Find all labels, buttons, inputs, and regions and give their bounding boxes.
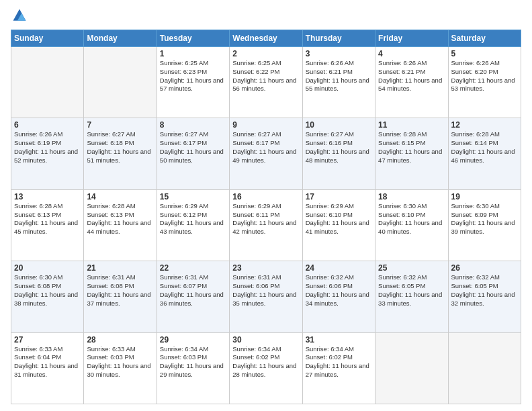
day-info: Sunrise: 6:31 AM Sunset: 6:07 PM Dayligh… (160, 273, 226, 308)
calendar-day-header: Thursday (302, 30, 375, 47)
day-number: 4 (378, 49, 445, 58)
calendar-cell: 13Sunrise: 6:28 AM Sunset: 6:13 PM Dayli… (11, 189, 84, 261)
day-info: Sunrise: 6:34 AM Sunset: 6:03 PM Dayligh… (160, 345, 226, 379)
day-info: Sunrise: 6:33 AM Sunset: 6:04 PM Dayligh… (14, 345, 81, 379)
calendar-cell: 4Sunrise: 6:26 AM Sunset: 6:21 PM Daylig… (375, 47, 448, 118)
calendar-cell: 27Sunrise: 6:33 AM Sunset: 6:04 PM Dayli… (11, 332, 84, 404)
day-number: 11 (378, 120, 445, 130)
day-info: Sunrise: 6:28 AM Sunset: 6:15 PM Dayligh… (378, 130, 445, 165)
calendar-week-row: 20Sunrise: 6:30 AM Sunset: 6:08 PM Dayli… (11, 261, 521, 332)
day-number: 27 (14, 335, 81, 345)
calendar-cell: 12Sunrise: 6:28 AM Sunset: 6:14 PM Dayli… (448, 118, 521, 189)
calendar-cell: 19Sunrise: 6:30 AM Sunset: 6:09 PM Dayli… (448, 189, 521, 261)
calendar-cell: 8Sunrise: 6:27 AM Sunset: 6:17 PM Daylig… (157, 118, 229, 189)
calendar-cell (448, 332, 521, 404)
calendar-cell (11, 47, 84, 118)
day-number: 17 (306, 192, 372, 201)
calendar-cell: 31Sunrise: 6:34 AM Sunset: 6:02 PM Dayli… (302, 332, 375, 404)
calendar-cell: 9Sunrise: 6:27 AM Sunset: 6:17 PM Daylig… (230, 118, 302, 189)
calendar-cell: 24Sunrise: 6:32 AM Sunset: 6:06 PM Dayli… (302, 261, 375, 332)
calendar-header-row: SundayMondayTuesdayWednesdayThursdayFrid… (11, 30, 521, 47)
day-info: Sunrise: 6:25 AM Sunset: 6:22 PM Dayligh… (232, 59, 299, 93)
day-number: 18 (378, 192, 445, 201)
day-info: Sunrise: 6:29 AM Sunset: 6:11 PM Dayligh… (232, 202, 299, 236)
calendar-cell: 20Sunrise: 6:30 AM Sunset: 6:08 PM Dayli… (11, 261, 84, 332)
day-number: 16 (232, 192, 299, 201)
calendar-cell: 1Sunrise: 6:25 AM Sunset: 6:23 PM Daylig… (157, 47, 229, 118)
day-number: 15 (160, 192, 226, 201)
day-number: 25 (378, 263, 445, 273)
calendar-day-header: Wednesday (230, 30, 302, 47)
calendar-cell (84, 47, 157, 118)
calendar-cell: 21Sunrise: 6:31 AM Sunset: 6:08 PM Dayli… (84, 261, 157, 332)
day-info: Sunrise: 6:30 AM Sunset: 6:09 PM Dayligh… (451, 202, 518, 236)
header (11, 8, 521, 26)
day-number: 30 (232, 335, 299, 345)
day-info: Sunrise: 6:27 AM Sunset: 6:16 PM Dayligh… (306, 130, 372, 165)
calendar-week-row: 1Sunrise: 6:25 AM Sunset: 6:23 PM Daylig… (11, 47, 521, 118)
day-info: Sunrise: 6:28 AM Sunset: 6:14 PM Dayligh… (451, 130, 518, 165)
calendar-cell: 3Sunrise: 6:26 AM Sunset: 6:21 PM Daylig… (302, 47, 375, 118)
day-number: 19 (451, 192, 518, 201)
day-info: Sunrise: 6:27 AM Sunset: 6:17 PM Dayligh… (232, 130, 299, 165)
day-info: Sunrise: 6:26 AM Sunset: 6:20 PM Dayligh… (451, 59, 518, 93)
calendar-cell: 11Sunrise: 6:28 AM Sunset: 6:15 PM Dayli… (375, 118, 448, 189)
calendar-cell: 29Sunrise: 6:34 AM Sunset: 6:03 PM Dayli… (157, 332, 229, 404)
day-number: 10 (306, 120, 372, 130)
day-number: 24 (306, 263, 372, 273)
day-number: 8 (160, 120, 226, 130)
calendar-cell: 23Sunrise: 6:31 AM Sunset: 6:06 PM Dayli… (230, 261, 302, 332)
day-number: 6 (14, 120, 81, 130)
calendar-cell: 18Sunrise: 6:30 AM Sunset: 6:10 PM Dayli… (375, 189, 448, 261)
calendar-day-header: Sunday (11, 30, 84, 47)
logo-icon (12, 8, 27, 23)
day-info: Sunrise: 6:32 AM Sunset: 6:05 PM Dayligh… (451, 273, 518, 308)
day-info: Sunrise: 6:28 AM Sunset: 6:13 PM Dayligh… (87, 202, 153, 236)
calendar-table: SundayMondayTuesdayWednesdayThursdayFrid… (11, 30, 521, 404)
day-number: 20 (14, 263, 81, 273)
calendar-cell: 22Sunrise: 6:31 AM Sunset: 6:07 PM Dayli… (157, 261, 229, 332)
day-number: 9 (232, 120, 299, 130)
day-number: 28 (87, 335, 153, 345)
day-info: Sunrise: 6:26 AM Sunset: 6:19 PM Dayligh… (14, 130, 81, 165)
logo (11, 11, 28, 26)
day-number: 31 (306, 335, 372, 345)
page: SundayMondayTuesdayWednesdayThursdayFrid… (0, 0, 532, 411)
day-info: Sunrise: 6:32 AM Sunset: 6:06 PM Dayligh… (306, 273, 372, 308)
calendar-cell: 15Sunrise: 6:29 AM Sunset: 6:12 PM Dayli… (157, 189, 229, 261)
day-number: 22 (160, 263, 226, 273)
day-number: 5 (451, 49, 518, 58)
day-number: 7 (87, 120, 153, 130)
calendar-day-header: Monday (84, 30, 157, 47)
day-info: Sunrise: 6:27 AM Sunset: 6:17 PM Dayligh… (160, 130, 226, 165)
calendar-cell: 26Sunrise: 6:32 AM Sunset: 6:05 PM Dayli… (448, 261, 521, 332)
day-info: Sunrise: 6:29 AM Sunset: 6:10 PM Dayligh… (306, 202, 372, 236)
calendar-cell: 28Sunrise: 6:33 AM Sunset: 6:03 PM Dayli… (84, 332, 157, 404)
day-info: Sunrise: 6:32 AM Sunset: 6:05 PM Dayligh… (378, 273, 445, 308)
calendar-day-header: Friday (375, 30, 448, 47)
day-number: 2 (232, 49, 299, 58)
calendar-cell: 30Sunrise: 6:34 AM Sunset: 6:02 PM Dayli… (230, 332, 302, 404)
day-info: Sunrise: 6:34 AM Sunset: 6:02 PM Dayligh… (232, 345, 299, 379)
day-number: 21 (87, 263, 153, 273)
calendar-cell: 2Sunrise: 6:25 AM Sunset: 6:22 PM Daylig… (230, 47, 302, 118)
calendar-cell: 25Sunrise: 6:32 AM Sunset: 6:05 PM Dayli… (375, 261, 448, 332)
day-number: 14 (87, 192, 153, 201)
day-info: Sunrise: 6:26 AM Sunset: 6:21 PM Dayligh… (378, 59, 445, 93)
day-number: 1 (160, 49, 226, 58)
day-info: Sunrise: 6:31 AM Sunset: 6:06 PM Dayligh… (232, 273, 299, 308)
day-number: 23 (232, 263, 299, 273)
calendar-week-row: 27Sunrise: 6:33 AM Sunset: 6:04 PM Dayli… (11, 332, 521, 404)
calendar-cell: 14Sunrise: 6:28 AM Sunset: 6:13 PM Dayli… (84, 189, 157, 261)
day-number: 13 (14, 192, 81, 201)
day-info: Sunrise: 6:27 AM Sunset: 6:18 PM Dayligh… (87, 130, 153, 165)
day-info: Sunrise: 6:25 AM Sunset: 6:23 PM Dayligh… (160, 59, 226, 93)
day-number: 3 (306, 49, 372, 58)
calendar-cell (375, 332, 448, 404)
calendar-cell: 7Sunrise: 6:27 AM Sunset: 6:18 PM Daylig… (84, 118, 157, 189)
day-info: Sunrise: 6:26 AM Sunset: 6:21 PM Dayligh… (306, 59, 372, 93)
calendar-day-header: Tuesday (157, 30, 229, 47)
calendar-cell: 5Sunrise: 6:26 AM Sunset: 6:20 PM Daylig… (448, 47, 521, 118)
day-number: 29 (160, 335, 226, 345)
calendar-cell: 17Sunrise: 6:29 AM Sunset: 6:10 PM Dayli… (302, 189, 375, 261)
